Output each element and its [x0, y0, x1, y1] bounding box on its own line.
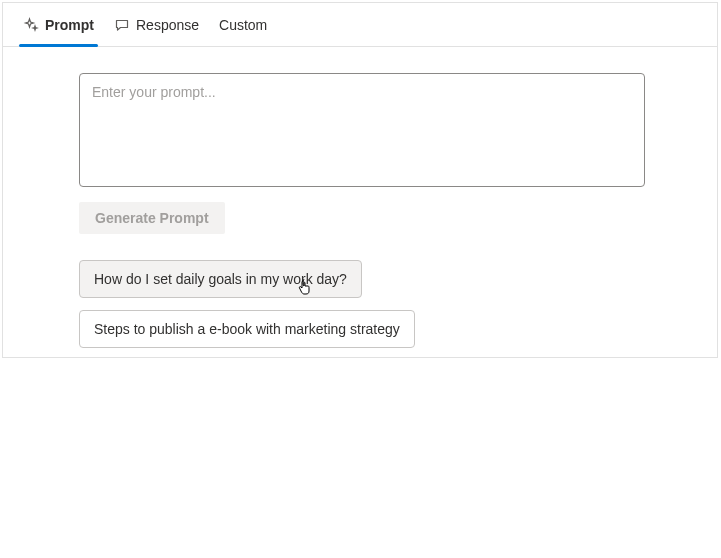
- suggestion-chip[interactable]: How do I set daily goals in my work day?: [79, 260, 362, 298]
- suggestion-label: How do I set daily goals in my work day?: [94, 271, 347, 287]
- generate-prompt-button[interactable]: Generate Prompt: [79, 202, 225, 234]
- tab-custom-label: Custom: [219, 17, 267, 33]
- suggestion-label: Steps to publish a e-book with marketing…: [94, 321, 400, 337]
- tabs-bar: Prompt Response Custom: [3, 3, 717, 47]
- chat-icon: [114, 17, 130, 33]
- sparkle-icon: [23, 17, 39, 33]
- app-container: Prompt Response Custom Generate Prompt H…: [2, 2, 718, 358]
- tab-prompt[interactable]: Prompt: [19, 3, 98, 46]
- tab-prompt-label: Prompt: [45, 17, 94, 33]
- tab-response-label: Response: [136, 17, 199, 33]
- content-area: Generate Prompt How do I set daily goals…: [3, 47, 717, 360]
- tab-response[interactable]: Response: [110, 3, 203, 46]
- suggestion-chip[interactable]: Steps to publish a e-book with marketing…: [79, 310, 415, 348]
- suggestions-list: How do I set daily goals in my work day?…: [79, 260, 681, 348]
- prompt-input[interactable]: [79, 73, 645, 187]
- tab-custom[interactable]: Custom: [215, 3, 271, 46]
